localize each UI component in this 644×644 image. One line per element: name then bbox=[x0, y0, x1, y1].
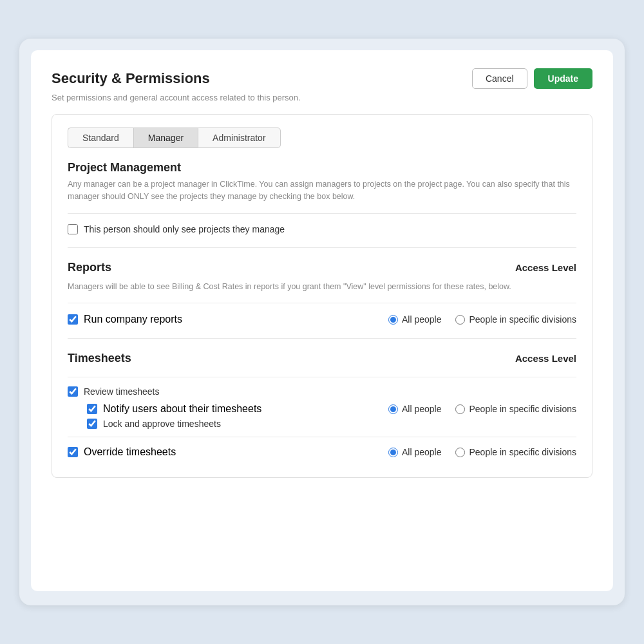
override-timesheets-row: Override timesheets All people People in… bbox=[68, 446, 576, 458]
notify-users-all-people-radio[interactable] bbox=[388, 404, 398, 414]
override-all-people-radio-group: All people bbox=[388, 447, 442, 457]
reports-access-level-label: Access Level bbox=[515, 262, 576, 273]
outer-card: Security & Permissions Cancel Update Set… bbox=[19, 39, 625, 605]
lock-approve-label[interactable]: Lock and approve timesheets bbox=[103, 419, 221, 429]
notify-users-all-people-radio-group: All people bbox=[388, 404, 442, 414]
lock-approve-row: Lock and approve timesheets bbox=[87, 419, 576, 429]
content-box: Standard Manager Administrator Project M… bbox=[52, 114, 592, 478]
reports-run-company-left: Run company reports bbox=[68, 314, 182, 325]
override-all-people-radio[interactable] bbox=[388, 448, 398, 457]
run-company-all-people-radio-group: All people bbox=[388, 314, 442, 325]
timesheets-header-row: Timesheets Access Level bbox=[68, 352, 576, 369]
project-management-title: Project Management bbox=[68, 161, 576, 175]
project-management-checkbox-label[interactable]: This person should only see projects the… bbox=[84, 224, 285, 234]
review-timesheets-checkbox[interactable] bbox=[68, 386, 78, 397]
header-row: Security & Permissions Cancel Update bbox=[52, 68, 592, 89]
review-timesheets-row: Review timesheets bbox=[68, 386, 576, 397]
notify-users-divisions-label[interactable]: People in specific divisions bbox=[469, 404, 576, 414]
run-company-reports-label[interactable]: Run company reports bbox=[84, 314, 182, 325]
override-timesheets-checkbox[interactable] bbox=[68, 447, 78, 457]
notify-users-all-people-label[interactable]: All people bbox=[402, 404, 442, 414]
update-button[interactable]: Update bbox=[534, 68, 592, 89]
reports-run-company-right: All people People in specific divisions bbox=[388, 314, 576, 325]
review-timesheets-sub: Notify users about their timesheets All … bbox=[87, 403, 576, 429]
override-timesheets-left: Override timesheets bbox=[68, 446, 176, 458]
project-management-section: Project Management Any manager can be a … bbox=[68, 161, 576, 234]
tab-manager[interactable]: Manager bbox=[133, 128, 198, 148]
override-divisions-label[interactable]: People in specific divisions bbox=[469, 447, 576, 457]
override-timesheets-label[interactable]: Override timesheets bbox=[84, 446, 176, 458]
project-management-checkbox[interactable] bbox=[68, 224, 78, 234]
notify-users-label[interactable]: Notify users about their timesheets bbox=[103, 403, 261, 415]
tabs-row: Standard Manager Administrator bbox=[68, 128, 576, 148]
notify-users-divisions-radio[interactable] bbox=[455, 404, 465, 414]
page-subtitle: Set permissions and general account acce… bbox=[52, 93, 592, 102]
reports-header-row: Reports Access Level bbox=[68, 261, 576, 278]
reports-all-people-radio[interactable] bbox=[388, 315, 398, 325]
tab-administrator[interactable]: Administrator bbox=[198, 128, 280, 148]
reports-divisions-radio[interactable] bbox=[455, 315, 465, 325]
cancel-button[interactable]: Cancel bbox=[472, 68, 527, 89]
override-timesheets-right: All people People in specific divisions bbox=[388, 447, 576, 457]
reports-desc: Managers will be able to see Billing & C… bbox=[68, 281, 576, 293]
override-divisions-radio-group: People in specific divisions bbox=[455, 447, 576, 457]
notify-users-checkbox[interactable] bbox=[87, 404, 97, 414]
page-title: Security & Permissions bbox=[52, 70, 210, 87]
timesheets-section: Timesheets Access Level Review timesheet… bbox=[68, 352, 576, 458]
lock-approve-checkbox[interactable] bbox=[87, 419, 97, 429]
reports-all-people-label[interactable]: All people bbox=[402, 314, 442, 325]
override-all-people-label[interactable]: All people bbox=[402, 447, 442, 457]
tab-standard[interactable]: Standard bbox=[68, 128, 133, 148]
timesheets-title: Timesheets bbox=[68, 352, 131, 365]
inner-card: Security & Permissions Cancel Update Set… bbox=[31, 50, 613, 591]
project-management-desc: Any manager can be a project manager in … bbox=[68, 178, 576, 203]
run-company-divisions-radio-group: People in specific divisions bbox=[455, 314, 576, 325]
reports-divisions-label[interactable]: People in specific divisions bbox=[469, 314, 576, 325]
notify-users-right: All people People in specific divisions bbox=[388, 404, 576, 414]
project-management-checkbox-row: This person should only see projects the… bbox=[68, 224, 576, 234]
reports-title: Reports bbox=[68, 261, 111, 274]
header-buttons: Cancel Update bbox=[472, 68, 592, 89]
notify-users-row: Notify users about their timesheets All … bbox=[87, 403, 576, 415]
reports-run-company-row: Run company reports All people People in… bbox=[68, 314, 576, 325]
notify-users-left: Notify users about their timesheets bbox=[87, 403, 261, 415]
review-timesheets-label[interactable]: Review timesheets bbox=[84, 386, 160, 397]
reports-section: Reports Access Level Managers will be ab… bbox=[68, 261, 576, 326]
timesheets-access-level-label: Access Level bbox=[515, 353, 576, 364]
override-divisions-radio[interactable] bbox=[455, 448, 465, 457]
notify-users-divisions-radio-group: People in specific divisions bbox=[455, 404, 576, 414]
run-company-reports-checkbox[interactable] bbox=[68, 314, 78, 325]
